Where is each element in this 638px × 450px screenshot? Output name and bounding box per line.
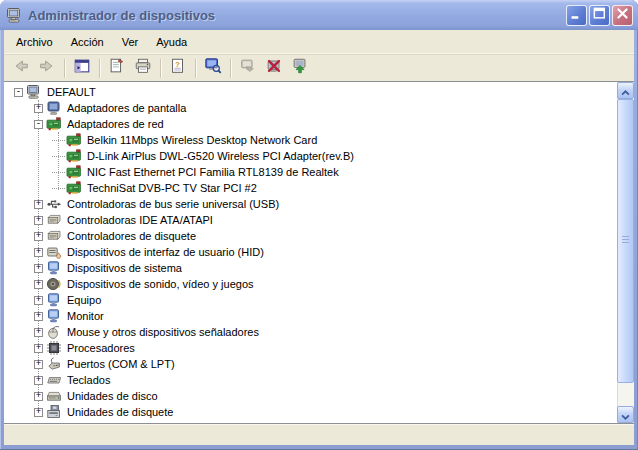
tree-item-label[interactable]: Unidades de disco: [65, 389, 160, 403]
tree-item[interactable]: +Controladoras IDE ATA/ATAPI: [4, 212, 617, 228]
menu-ayuda[interactable]: Ayuda: [147, 32, 196, 52]
expand-icon[interactable]: +: [32, 200, 45, 209]
tree-item[interactable]: D-Link AirPlus DWL-G520 Wireless PCI Ada…: [4, 148, 617, 164]
tree-item-label[interactable]: TechniSat DVB-PC TV Star PCI #2: [85, 181, 259, 195]
expand-icon[interactable]: +: [32, 296, 45, 305]
tree-item[interactable]: -DEFAULT: [4, 84, 617, 100]
expand-icon[interactable]: +: [32, 408, 45, 417]
tree-item-label[interactable]: Adaptadores de red: [65, 117, 166, 131]
properties-button[interactable]: [104, 57, 130, 80]
tree-item[interactable]: +Adaptadores de pantalla: [4, 100, 617, 116]
print-button[interactable]: [130, 57, 156, 80]
tree-item-label[interactable]: Teclados: [65, 373, 112, 387]
scan-hardware-button[interactable]: [200, 57, 226, 80]
floppy-drive-icon: [46, 404, 62, 420]
expand-icon[interactable]: +: [32, 328, 45, 337]
scroll-down-icon[interactable]: [617, 406, 634, 423]
tree-item[interactable]: +Procesadores: [4, 340, 617, 356]
mouse-icon: [46, 324, 62, 340]
forward-button[interactable]: [34, 57, 60, 80]
tree-item-label[interactable]: Equipo: [65, 293, 103, 307]
keyboard-icon: [46, 372, 62, 388]
update-driver-icon: [239, 57, 257, 79]
tree-item[interactable]: +Teclados: [4, 372, 617, 388]
tree-item-label[interactable]: Adaptadores de pantalla: [65, 101, 188, 115]
sound-icon: [46, 276, 62, 292]
window-chrome: ArchivoAcciónVerAyuda ? -DEFAULT+Adaptad…: [4, 30, 634, 445]
tree-item-label[interactable]: Controladoras de bus serie universal (US…: [65, 197, 281, 211]
usb-icon: [46, 196, 62, 212]
tree-item[interactable]: NIC Fast Ethernet PCI Familia RTL8139 de…: [4, 164, 617, 180]
expand-icon[interactable]: +: [32, 232, 45, 241]
back-icon: [12, 57, 30, 79]
tree-item-label[interactable]: Controladores de disquete: [65, 229, 198, 243]
expand-icon[interactable]: +: [32, 248, 45, 257]
tree-item[interactable]: TechniSat DVB-PC TV Star PCI #2: [4, 180, 617, 196]
floppy-controller-icon: [46, 228, 62, 244]
tree-item-label[interactable]: Mouse y otros dispositivos señaladores: [65, 325, 261, 339]
maximize-button[interactable]: [589, 5, 610, 26]
expand-icon[interactable]: +: [32, 264, 45, 273]
update-driver-button[interactable]: [235, 57, 261, 80]
tree-item-label[interactable]: D-Link AirPlus DWL-G520 Wireless PCI Ada…: [85, 149, 356, 163]
tree-item[interactable]: +Dispositivos de sonido, vídeo y juegos: [4, 276, 617, 292]
expand-icon[interactable]: +: [32, 312, 45, 321]
expand-icon[interactable]: +: [32, 216, 45, 225]
close-button[interactable]: [612, 5, 633, 26]
tree-item[interactable]: +Mouse y otros dispositivos señaladores: [4, 324, 617, 340]
scrollbar-thumb[interactable]: [617, 99, 634, 383]
expand-icon[interactable]: +: [32, 344, 45, 353]
display-adapter-icon: [46, 100, 62, 116]
collapse-icon[interactable]: -: [12, 88, 25, 97]
network-adapter-icon: [66, 164, 82, 180]
system-device-icon: [46, 260, 62, 276]
menu-bar: ArchivoAcciónVerAyuda: [4, 30, 634, 55]
enable-device-button[interactable]: [287, 57, 313, 80]
tree-item-label[interactable]: Dispositivos de sonido, vídeo y juegos: [65, 277, 256, 291]
expand-icon[interactable]: +: [32, 392, 45, 401]
tree-item-label[interactable]: Unidades de disquete: [65, 405, 175, 419]
tree-item[interactable]: +Unidades de disco: [4, 388, 617, 404]
toolbar: ?: [4, 55, 634, 81]
tree-item-label[interactable]: Dispositivos de interfaz de usuario (HID…: [65, 245, 266, 259]
tree-item[interactable]: +Dispositivos de sistema: [4, 260, 617, 276]
forward-icon: [38, 57, 56, 79]
expand-icon[interactable]: +: [32, 376, 45, 385]
toolbar-separator: [160, 59, 161, 78]
processor-icon: [46, 340, 62, 356]
tree-item-label[interactable]: NIC Fast Ethernet PCI Familia RTL8139 de…: [85, 165, 341, 179]
scroll-up-icon[interactable]: [617, 82, 634, 99]
tree-item[interactable]: +Dispositivos de interfaz de usuario (HI…: [4, 244, 617, 260]
tree-item-label[interactable]: Dispositivos de sistema: [65, 261, 184, 275]
tree-item[interactable]: +Monitor: [4, 308, 617, 324]
menu-accion[interactable]: Acción: [62, 32, 113, 52]
tree-item[interactable]: +Equipo: [4, 292, 617, 308]
scroll-up-icon: [621, 82, 630, 100]
expand-icon[interactable]: +: [32, 104, 45, 113]
minimize-button[interactable]: [566, 5, 587, 26]
uninstall-button[interactable]: [261, 57, 287, 80]
tree-item[interactable]: +Controladoras de bus serie universal (U…: [4, 196, 617, 212]
tree-item[interactable]: +Controladores de disquete: [4, 228, 617, 244]
tree-item-label[interactable]: Procesadores: [65, 341, 137, 355]
tree-item[interactable]: +Puertos (COM & LPT): [4, 356, 617, 372]
tree-item-label[interactable]: Controladoras IDE ATA/ATAPI: [65, 213, 215, 227]
tree-item[interactable]: +Unidades de disquete: [4, 404, 617, 420]
collapse-icon[interactable]: -: [32, 120, 45, 129]
scroll-down-icon: [621, 406, 630, 424]
expand-icon[interactable]: +: [32, 360, 45, 369]
menu-archivo[interactable]: Archivo: [7, 32, 62, 52]
device-tree: -DEFAULT+Adaptadores de pantalla-Adaptad…: [4, 82, 617, 423]
tree-item-label[interactable]: Puertos (COM & LPT): [65, 357, 177, 371]
back-button[interactable]: [8, 57, 34, 80]
tree-item[interactable]: Belkin 11Mbps Wireless Desktop Network C…: [4, 132, 617, 148]
tree-item[interactable]: -Adaptadores de red: [4, 116, 617, 132]
tree-item-label[interactable]: Belkin 11Mbps Wireless Desktop Network C…: [85, 133, 319, 147]
vertical-scrollbar[interactable]: [617, 82, 634, 423]
console-tree-button[interactable]: [69, 57, 95, 80]
expand-icon[interactable]: +: [32, 280, 45, 289]
tree-item-label[interactable]: DEFAULT: [45, 85, 98, 99]
menu-ver[interactable]: Ver: [113, 32, 148, 52]
help-button[interactable]: ?: [165, 57, 191, 80]
tree-item-label[interactable]: Monitor: [65, 309, 106, 323]
